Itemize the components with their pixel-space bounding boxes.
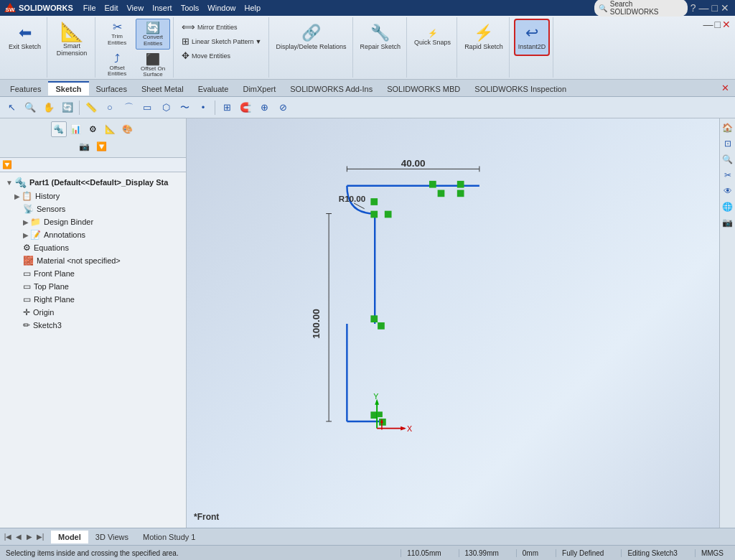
tree-part-root[interactable]: ▼ 🔩 Part1 (Default<<Default>_Display Sta (3, 175, 183, 190)
sk-point[interactable]: • (195, 99, 212, 116)
sk-pan[interactable]: ✋ (40, 99, 57, 116)
tree-front-plane[interactable]: ▭ Front Plane (3, 267, 183, 280)
sb-filter[interactable]: 🔽 (94, 139, 110, 154)
sb-tab-feature[interactable]: 🔩 (51, 121, 67, 137)
tree-history[interactable]: ▶ 📋 History (3, 190, 183, 202)
tab-evaluate[interactable]: Evaluate (191, 81, 236, 95)
toolbar-instant2d-group: ↩ Instant2D (511, 17, 554, 78)
linear-sketch-dropdown[interactable]: ▼ (256, 38, 262, 45)
sb-tab-dim[interactable]: 📐 (103, 121, 118, 137)
sk-select[interactable]: ↖ (3, 99, 20, 116)
tab-nav-start[interactable]: |◀ (3, 532, 13, 542)
instant2d-button[interactable]: ↩ Instant2D (514, 19, 551, 56)
offset-entities-button[interactable]: ⤴ Offset Entities (100, 51, 134, 80)
quick-snap-button[interactable]: ⚡ Quick Snaps (411, 19, 454, 56)
tab-mbd[interactable]: SOLIDWORKS MBD (380, 81, 467, 95)
convert-entities-button[interactable]: 🔄 Convert Entities (136, 19, 170, 50)
sk-spline[interactable]: 〜 (176, 99, 193, 116)
tab-nav-prev[interactable]: ◀ (14, 532, 24, 542)
smart-dimension-button[interactable]: 📐 Smart Dimension (52, 19, 92, 59)
linear-sketch-button[interactable]: ⊞ Linear Sketch Pattern ▼ (179, 34, 263, 48)
sk-snap[interactable]: 🧲 (237, 99, 254, 116)
btab-3dviews[interactable]: 3D Views (88, 531, 136, 543)
sk-arc[interactable]: ⌒ (120, 99, 137, 116)
exit-sketch-button[interactable]: ⬅ Exit Sketch (6, 19, 44, 56)
design-binder-expand[interactable]: ▶ (23, 218, 29, 226)
sk-construction[interactable]: ⊘ (274, 99, 291, 116)
toolbar-close[interactable]: ✕ (722, 19, 731, 30)
top-plane-icon: ▭ (23, 281, 31, 291)
tab-inspection[interactable]: SOLIDWORKS Inspection (467, 81, 574, 95)
tree-right-plane[interactable]: ▭ Right Plane (3, 293, 183, 306)
btab-model[interactable]: Model (51, 531, 88, 543)
menu-tools[interactable]: Tools (177, 2, 204, 14)
rp-zoom-all[interactable]: ⊡ (721, 137, 734, 150)
display-delete-button[interactable]: 🔗 Display/Delete Relations (273, 19, 350, 56)
material-icon: 🧱 (23, 256, 34, 266)
sidebar-resize-handle[interactable] (183, 118, 186, 528)
tab-addins[interactable]: SOLIDWORKS Add-Ins (283, 81, 380, 95)
tree-top-plane[interactable]: ▭ Top Plane (3, 280, 183, 293)
sk-center[interactable]: ⊕ (256, 99, 273, 116)
sb-tab-config[interactable]: ⚙ (85, 121, 101, 137)
help-icon[interactable]: ? (690, 2, 696, 14)
quick-snap-label: Quick Snaps (414, 39, 451, 47)
part-expand-icon[interactable]: ▼ (6, 179, 13, 187)
mirror-entities-button[interactable]: ⟺ Mirror Entities (179, 20, 263, 34)
tree-sketch3[interactable]: ✏ Sketch3 (3, 319, 183, 332)
menu-edit[interactable]: Edit (100, 2, 123, 14)
tree-origin[interactable]: ✛ Origin (3, 306, 183, 319)
move-entities-button[interactable]: ✥ Move Entities (179, 49, 263, 62)
annotations-expand[interactable]: ▶ (23, 231, 29, 239)
sk-grid[interactable]: ⊞ (218, 99, 235, 116)
sk-rotate[interactable]: 🔄 (59, 99, 76, 116)
tab-sheet-metal[interactable]: Sheet Metal (134, 81, 191, 95)
menu-window[interactable]: Window (203, 2, 240, 14)
max-icon[interactable]: □ (712, 2, 718, 14)
btab-motion[interactable]: Motion Study 1 (136, 531, 202, 543)
menu-file[interactable]: File (79, 2, 100, 14)
sk-circle[interactable]: ○ (101, 99, 118, 116)
tab-surfaces[interactable]: Surfaces (89, 81, 134, 95)
tree-sensors[interactable]: 📡 Sensors (3, 202, 183, 215)
toolbar-max[interactable]: □ (715, 19, 721, 30)
toolbar-min[interactable]: — (703, 19, 713, 30)
constraint-h3 (429, 181, 436, 188)
sb-tab-cam[interactable]: 📷 (77, 139, 93, 154)
offset-surface-button[interactable]: ⬛ Offset On Surface (136, 51, 170, 80)
tab-dimxpert[interactable]: DimXpert (235, 81, 283, 95)
tab-features[interactable]: Features (3, 81, 48, 95)
sketch-canvas[interactable]: 40.00 100.00 R10.00 (187, 118, 719, 528)
sb-tab-appear[interactable]: 🎨 (120, 121, 136, 137)
tab-nav-end[interactable]: ▶| (35, 532, 45, 542)
close-icon[interactable]: ✕ (721, 2, 729, 14)
rapid-sketch-button[interactable]: ⚡ Rapid Sketch (462, 19, 506, 56)
menu-view[interactable]: View (122, 2, 148, 14)
menu-insert[interactable]: Insert (148, 2, 177, 14)
sk-rect[interactable]: ▭ (139, 99, 156, 116)
tree-design-binder[interactable]: ▶ 📁 Design Binder (3, 215, 183, 228)
sk-polygon[interactable]: ⬡ (157, 99, 174, 116)
trim-entities-button[interactable]: ✂ Trim Entities (100, 19, 134, 50)
tab-nav-next[interactable]: ▶ (24, 532, 34, 542)
panel-close[interactable]: ✕ (718, 83, 732, 93)
rp-camera[interactable]: 📷 (721, 216, 734, 229)
tab-sketch[interactable]: Sketch (48, 81, 88, 95)
rp-appear[interactable]: 👁 (721, 185, 734, 197)
menu-help[interactable]: Help (240, 2, 265, 14)
sk-line[interactable]: 📏 (83, 99, 100, 116)
rp-zoom[interactable]: 🔍 (721, 153, 734, 166)
rp-scene[interactable]: 🌐 (721, 200, 734, 213)
sk-zoom[interactable]: 🔍 (22, 99, 39, 116)
history-expand-icon[interactable]: ▶ (14, 192, 20, 200)
repair-sketch-button[interactable]: 🔧 Repair Sketch (357, 19, 404, 56)
min-icon[interactable]: — (699, 2, 709, 14)
rp-section[interactable]: ✂ (721, 169, 734, 182)
repair-label: Repair Sketch (360, 44, 401, 51)
sb-tab-props[interactable]: 📊 (68, 121, 84, 137)
tree-annotations[interactable]: ▶ 📝 Annotations (3, 228, 183, 241)
tree-equations[interactable]: ⚙ Equations (3, 241, 183, 254)
tree-material[interactable]: 🧱 Material <not specified> (3, 254, 183, 267)
rp-home[interactable]: 🏠 (721, 121, 734, 134)
search-bar[interactable]: 🔍Search SOLIDWORKS (594, 0, 688, 17)
